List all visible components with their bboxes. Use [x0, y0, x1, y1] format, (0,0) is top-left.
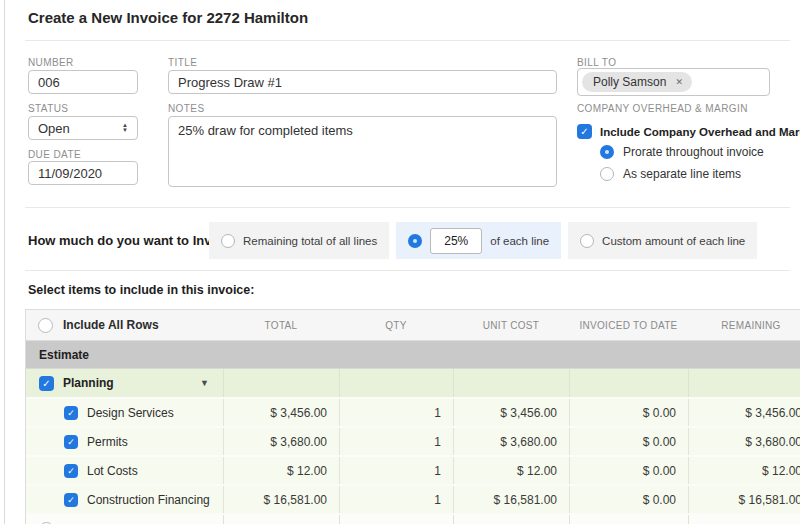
radio-unselected-icon[interactable]	[600, 167, 614, 181]
cell-unit-cost: $ 12.00	[453, 457, 569, 484]
due-date-input[interactable]: 11/09/2020	[28, 161, 138, 185]
due-date-label: DUE DATE	[28, 149, 81, 160]
cell-qty: 1	[339, 399, 453, 426]
checkbox-checked-icon[interactable]: ✓	[39, 376, 54, 391]
collapse-caret-icon[interactable]: ▼	[200, 378, 209, 388]
option-remaining-total[interactable]: Remaining total of all lines	[209, 222, 389, 259]
table-header-row: Include All Rows TOTAL QTY UNIT COST INV…	[26, 310, 800, 341]
items-table-heading: Select items to include in this invoice:	[28, 283, 254, 297]
column-header-qty: QTY	[339, 310, 453, 340]
separate-lines-label: As separate line items	[623, 167, 741, 181]
recipient-chip-label: Polly Samson	[593, 75, 666, 89]
include-all-rows-checkbox[interactable]	[38, 318, 53, 333]
cell-unit-cost: $ 3,456.00	[453, 399, 569, 426]
status-label: STATUS	[28, 103, 68, 114]
checkbox-checked-icon[interactable]: ✓	[577, 124, 592, 139]
option-custom-amount-label: Custom amount of each line	[602, 235, 745, 247]
option-percent-of-each-line[interactable]: 25% of each line	[396, 222, 561, 259]
divider	[25, 40, 790, 41]
item-label: Lot Costs	[87, 464, 138, 478]
cell-total: $ 3,456.00	[223, 399, 339, 426]
checkbox-checked-icon[interactable]: ✓	[64, 464, 78, 478]
checkbox-checked-icon[interactable]: ✓	[64, 493, 78, 507]
radio-selected-icon[interactable]	[600, 145, 614, 159]
cell-qty: 1	[339, 428, 453, 455]
cell-unit-cost: $ 16,581.00	[453, 486, 569, 513]
column-header-unit-cost: UNIT COST	[453, 310, 569, 340]
title-input[interactable]: Progress Draw #1	[168, 70, 557, 94]
bill-to-input[interactable]: Polly Samson ✕	[577, 68, 770, 96]
group-row-estimate: Estimate	[26, 341, 800, 369]
prorate-label: Prorate throughout invoice	[623, 145, 764, 159]
cell-invoiced-to-date: $ 0.00	[569, 457, 688, 484]
invoice-amount-options: Remaining total of all lines 25% of each…	[209, 222, 757, 259]
item-row-construction-financing: ✓ Construction Financing $ 16,581.00 1 $…	[26, 486, 800, 515]
percent-input[interactable]: 25%	[430, 228, 482, 254]
chip-remove-icon[interactable]: ✕	[675, 77, 683, 87]
divider	[25, 207, 790, 208]
category-label: Planning	[63, 376, 114, 390]
cell-total: $ 12.00	[223, 457, 339, 484]
cell-total: $ 3,680.00	[223, 428, 339, 455]
number-label: NUMBER	[28, 57, 74, 68]
items-table: Include All Rows TOTAL QTY UNIT COST INV…	[25, 309, 800, 524]
include-overhead-label: Include Company Overhead and Margin	[600, 126, 800, 138]
option-custom-amount[interactable]: Custom amount of each line	[568, 222, 757, 259]
item-label: Permits	[87, 435, 128, 449]
include-all-rows-label: Include All Rows	[63, 318, 159, 332]
checkbox-checked-icon[interactable]: ✓	[64, 406, 78, 420]
cell-qty: 1	[339, 457, 453, 484]
title-label: TITLE	[168, 57, 197, 68]
overhead-section-label: COMPANY OVERHEAD & MARGIN	[577, 103, 748, 114]
notes-textarea[interactable]: 25% draw for completed items	[168, 116, 557, 187]
item-label: Construction Financing	[87, 493, 210, 507]
panel-left-edge	[4, 0, 5, 524]
status-value: Open	[38, 121, 70, 136]
separate-lines-radio-row[interactable]: As separate line items	[600, 167, 741, 181]
category-row-demolition: Demolition ▼	[26, 515, 800, 524]
recipient-chip[interactable]: Polly Samson ✕	[582, 72, 692, 92]
category-row-planning: ✓ Planning ▼	[26, 369, 800, 399]
item-row-permits: ✓ Permits $ 3,680.00 1 $ 3,680.00 $ 0.00…	[26, 428, 800, 457]
column-header-remaining: REMAINING	[688, 310, 800, 340]
column-header-total: TOTAL	[223, 310, 339, 340]
bill-to-label: BILL TO	[577, 57, 616, 68]
prorate-radio-row[interactable]: Prorate throughout invoice	[600, 145, 764, 159]
radio-unselected-icon[interactable]	[221, 234, 235, 248]
item-row-design-services: ✓ Design Services $ 3,456.00 1 $ 3,456.0…	[26, 399, 800, 428]
number-input[interactable]: 006	[28, 70, 138, 94]
cell-remaining: $ 3,456.00	[688, 399, 800, 426]
cell-total: $ 16,581.00	[223, 486, 339, 513]
cell-invoiced-to-date: $ 0.00	[569, 486, 688, 513]
notes-label: NOTES	[168, 103, 204, 114]
group-label: Estimate	[39, 348, 89, 362]
item-row-lot-costs: ✓ Lot Costs $ 12.00 1 $ 12.00 $ 0.00 $ 1…	[26, 457, 800, 486]
divider	[25, 270, 790, 271]
option-remaining-total-label: Remaining total of all lines	[243, 235, 377, 247]
cell-qty: 1	[339, 486, 453, 513]
page-title: Create a New Invoice for 2272 Hamilton	[28, 9, 308, 26]
select-arrows-icon: ▲▼	[122, 123, 128, 133]
option-percent-label: of each line	[490, 235, 549, 247]
cell-remaining: $ 16,581.00	[688, 486, 800, 513]
cell-remaining: $ 12.00	[688, 457, 800, 484]
cell-remaining: $ 3,680.00	[688, 428, 800, 455]
status-select[interactable]: Open ▲▼	[28, 116, 138, 140]
column-header-invoiced-to-date: INVOICED TO DATE	[569, 310, 688, 340]
radio-selected-icon[interactable]	[408, 234, 422, 248]
item-label: Design Services	[87, 406, 174, 420]
cell-unit-cost: $ 3,680.00	[453, 428, 569, 455]
cell-invoiced-to-date: $ 0.00	[569, 399, 688, 426]
checkbox-checked-icon[interactable]: ✓	[64, 435, 78, 449]
include-overhead-checkbox-row[interactable]: ✓ Include Company Overhead and Margin	[577, 124, 800, 139]
radio-unselected-icon[interactable]	[580, 234, 594, 248]
cell-invoiced-to-date: $ 0.00	[569, 428, 688, 455]
